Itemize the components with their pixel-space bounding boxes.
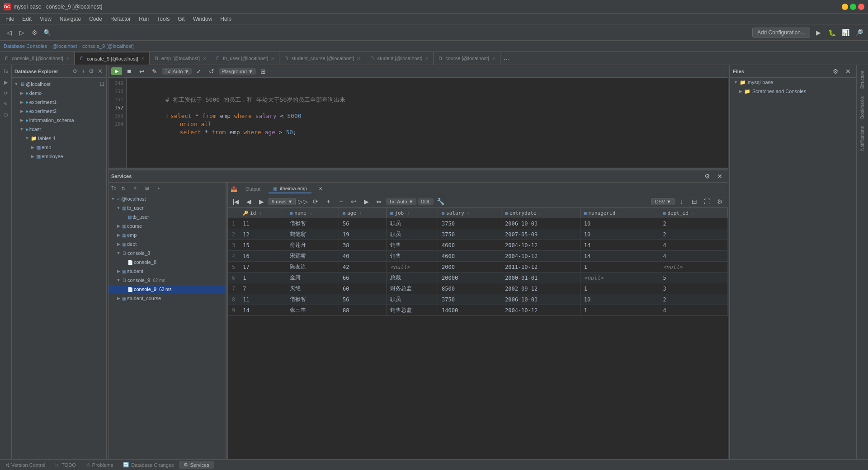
vtab-notifications[interactable]: Notifications: [858, 122, 867, 154]
table-row[interactable]: 315俞莲舟38销售46002004-10-12144: [228, 240, 728, 251]
results-next-btn[interactable]: ▶: [256, 196, 267, 207]
files-settings-btn[interactable]: ⚙: [830, 66, 841, 77]
tab-console9[interactable]: 🗒 console_9 [@localhost] ✕: [75, 52, 150, 65]
tab-close-console8[interactable]: ✕: [66, 56, 70, 61]
table-row[interactable]: 416宋远桥40销售46002004-10-12144: [228, 251, 728, 262]
tree-node-experiment1[interactable]: ▶ ● experiment1: [12, 98, 106, 107]
tree-node-localhost[interactable]: ▼ 🖥 @localhost 11: [12, 80, 106, 89]
toolbar-back-btn[interactable]: ◁: [4, 27, 14, 38]
profile-toolbar-btn[interactable]: 📊: [840, 27, 851, 38]
tree-node-itcast[interactable]: ▼ ● itcast: [12, 125, 106, 134]
tree-node-employee[interactable]: ▶ ▦ employee: [12, 152, 106, 161]
stop-query-btn[interactable]: ⏹: [124, 66, 135, 77]
services-close-btn[interactable]: ✕: [714, 171, 725, 182]
tree-node-tables[interactable]: ▼ 📁 tables 4: [12, 134, 106, 143]
csv-dropdown[interactable]: CSV ▼: [651, 198, 675, 205]
table-row[interactable]: 914张三丰88销售总监140002004-10-1214: [228, 305, 728, 316]
menu-window[interactable]: Window: [189, 15, 216, 23]
playground-badge[interactable]: Playground ▼: [219, 68, 256, 75]
editor-settings-btn[interactable]: ⊞: [258, 66, 269, 77]
tool-strip-btn4[interactable]: ✎: [1, 99, 10, 108]
results-export-btn[interactable]: ↓: [676, 196, 687, 207]
toolbar-settings-btn[interactable]: ⚙: [29, 27, 40, 38]
table-row[interactable]: 77灭绝60财务总监85002002-09-1213: [228, 283, 728, 294]
tab-close-student-course[interactable]: ✕: [357, 56, 360, 61]
results-add-row-btn[interactable]: +: [323, 196, 334, 207]
bottom-tab-version-control[interactable]: ⑆ Version Control: [2, 461, 50, 469]
tool-strip-btn3[interactable]: ⟳: [1, 89, 10, 98]
tree-node-demo[interactable]: ▶ ● demo: [12, 89, 106, 98]
tab-close-course[interactable]: ✕: [492, 56, 495, 61]
svc-node-console9[interactable]: 📄 console_9 62 ms: [108, 285, 226, 294]
tab-student[interactable]: 🗒 student [@localhost] ✕: [365, 52, 434, 65]
itheima-emp-tab[interactable]: ▦ itheima.emp: [269, 184, 311, 193]
menu-help[interactable]: Help: [217, 15, 235, 23]
table-row[interactable]: 517陈友谅42<null>20002011-10-121<null>: [228, 262, 728, 273]
results-fullscreen-btn[interactable]: ⛶: [702, 196, 712, 207]
tree-node-info-schema[interactable]: ▶ ● information_schema: [12, 116, 106, 125]
menu-edit[interactable]: Edit: [19, 15, 35, 23]
tx-auto-badge[interactable]: Tx: Auto ▼: [386, 198, 416, 205]
tab-console8[interactable]: 🗒 console_8 [@localhost] ✕: [0, 52, 75, 65]
db-explorer-settings-btn[interactable]: ⚙: [88, 67, 95, 75]
commit-btn[interactable]: ✓: [193, 66, 204, 77]
close-button[interactable]: [858, 4, 864, 10]
output-tab[interactable]: Output: [241, 185, 265, 193]
results-skip-btn[interactable]: ▷▷: [297, 196, 308, 207]
th-age[interactable]: ▦age ÷: [339, 208, 387, 218]
fp-node-mysql-base[interactable]: ▼ 📁 mysql-base: [730, 78, 856, 87]
menu-code[interactable]: Code: [85, 15, 106, 23]
tab-close-emp[interactable]: ✕: [203, 56, 206, 61]
menu-git[interactable]: Git: [174, 15, 188, 23]
th-rownum[interactable]: [228, 208, 239, 218]
th-name[interactable]: ▦name ÷: [286, 208, 339, 218]
menu-tools[interactable]: Tools: [153, 15, 173, 23]
tab-student-course[interactable]: 🗒 student_course [@localhost] ✕: [279, 52, 365, 65]
svc-node-dept[interactable]: ▶ ▦ dept: [108, 240, 226, 249]
svc-node-localhost[interactable]: ▼ ✓ @localhost: [108, 194, 226, 203]
svc-node-console8-group[interactable]: ▼ 🗒 console_8: [108, 249, 226, 258]
minimize-button[interactable]: [842, 4, 848, 10]
result-tab-close-btn[interactable]: ✕: [315, 183, 326, 194]
svc-node-course[interactable]: ▶ ▦ course: [108, 221, 226, 230]
vtab-bookmarks[interactable]: Bookmarks: [858, 93, 867, 122]
th-job[interactable]: ▦job ÷: [387, 208, 438, 218]
toolbar-forward-btn[interactable]: ▷: [16, 27, 27, 38]
bottom-tab-problems[interactable]: ⚠ Problems: [81, 461, 118, 469]
rollback-btn[interactable]: ↺: [206, 66, 217, 77]
fp-node-scratches[interactable]: ▶ 📁 Scratches and Consoles: [730, 87, 856, 96]
run-toolbar-btn[interactable]: ▶: [813, 27, 824, 38]
svc-sync-btn[interactable]: ⇅: [118, 183, 129, 194]
th-deptid[interactable]: ▦dept_id ÷: [659, 208, 728, 218]
menu-navigate[interactable]: Navigate: [56, 15, 85, 23]
add-configuration-button[interactable]: Add Configuration...: [752, 28, 810, 38]
results-compare-btn[interactable]: ⇔: [373, 196, 384, 207]
svc-node-student[interactable]: ▶ ▦ student: [108, 267, 226, 276]
svc-node-emp[interactable]: ▶ ▦ emp: [108, 230, 226, 240]
results-wrench-btn[interactable]: 🔧: [435, 196, 446, 207]
table-row[interactable]: 212鹤笔翁19职员37502007-05-09102: [228, 229, 728, 240]
bottom-tab-todo[interactable]: ☑ TODO: [51, 461, 80, 469]
breadcrumb-db-consoles[interactable]: Database Consoles: [4, 43, 47, 49]
db-explorer-add-btn[interactable]: +: [80, 67, 86, 75]
breadcrumb-localhost[interactable]: @localhost: [52, 43, 77, 49]
results-first-btn[interactable]: |◀: [231, 196, 241, 207]
files-close-btn[interactable]: ✕: [843, 66, 854, 77]
svc-node-tbuser[interactable]: ▦ tb_user: [108, 212, 226, 221]
tool-strip-btn1[interactable]: Tx: [1, 67, 10, 76]
th-managerid[interactable]: ▦managerid ÷: [580, 208, 659, 218]
svc-collapse-btn[interactable]: ≡: [130, 183, 141, 194]
toolbar-search-btn[interactable]: 🔍: [42, 27, 52, 38]
results-filter-btn[interactable]: ⊟: [689, 196, 700, 207]
svc-node-tbuser-group[interactable]: ▼ ▦ tb_user: [108, 203, 226, 212]
maximize-button[interactable]: [850, 4, 856, 10]
results-revert-btn[interactable]: ↩: [348, 196, 359, 207]
svc-filter-btn[interactable]: ⊞: [142, 183, 152, 194]
svc-node-console8[interactable]: 📄 console_8: [108, 258, 226, 267]
tab-emp[interactable]: 🗒 emp [@localhost] ✕: [150, 52, 211, 65]
menu-run[interactable]: Run: [135, 15, 152, 23]
tree-node-emp[interactable]: ▶ ▦ emp: [12, 143, 106, 152]
services-settings-btn[interactable]: ⚙: [702, 171, 712, 182]
tx-mode-badge[interactable]: Tx: Auto ▼: [162, 68, 192, 75]
results-delete-row-btn[interactable]: −: [335, 196, 346, 207]
